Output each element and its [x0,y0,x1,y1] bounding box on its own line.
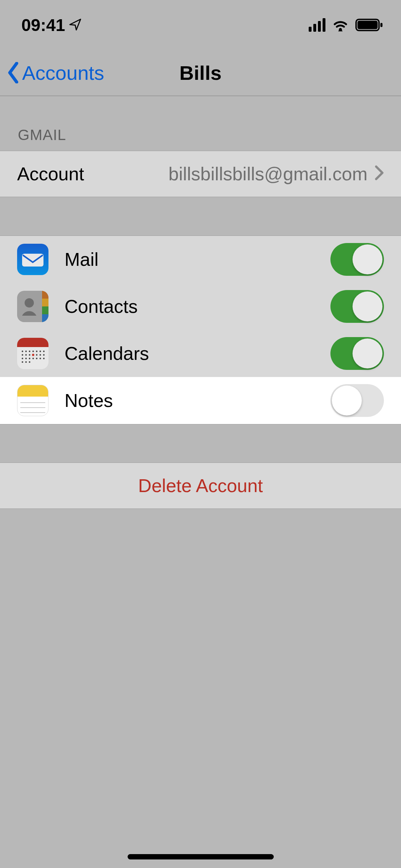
service-row-contacts: Contacts [0,283,401,330]
account-label: Account [17,163,84,185]
chevron-right-icon [375,163,384,185]
svg-point-28 [29,361,30,363]
service-row-calendars: Calendars [0,330,401,377]
back-button[interactable]: Accounts [0,61,104,84]
svg-point-17 [40,354,41,356]
status-bar: 09:41 [0,0,401,50]
svg-point-11 [40,351,41,352]
calendars-toggle[interactable] [330,337,384,370]
svg-point-15 [29,354,30,356]
account-row[interactable]: Account billsbillsbills@gmail.com [0,151,401,197]
svg-point-7 [25,351,27,352]
account-value: billsbillsbills@gmail.com [169,163,367,185]
battery-icon [355,19,383,31]
service-label: Calendars [65,343,149,364]
svg-point-6 [22,351,23,352]
svg-rect-4 [22,254,43,267]
mail-toggle[interactable] [330,243,384,276]
chevron-left-icon [6,62,21,83]
section-header-gmail: GMAIL [0,96,401,151]
wifi-icon [332,19,349,31]
svg-point-14 [25,354,27,356]
svg-point-13 [22,354,23,356]
service-label: Notes [65,390,113,411]
svg-point-22 [32,358,34,359]
service-label: Mail [65,249,98,270]
svg-point-10 [36,351,37,352]
svg-point-20 [25,358,27,359]
location-icon [69,15,82,35]
notes-icon [17,385,48,416]
section-gap [0,197,401,236]
svg-point-18 [43,354,45,356]
calendar-icon [17,338,48,369]
svg-point-21 [29,358,30,359]
svg-point-23 [36,358,37,359]
svg-point-26 [22,361,23,363]
contacts-toggle[interactable] [330,290,384,323]
svg-point-24 [40,358,41,359]
svg-point-27 [25,361,27,363]
svg-point-9 [32,351,34,352]
navigation-bar: Accounts Bills [0,50,401,96]
svg-point-16 [36,354,37,356]
mail-icon [17,244,48,275]
svg-point-25 [43,358,45,359]
empty-area [0,509,401,868]
back-label: Accounts [22,61,104,84]
delete-account-label: Delete Account [138,475,263,496]
svg-point-29 [32,354,34,356]
contacts-icon [17,291,48,322]
section-gap [0,424,401,463]
delete-account-button[interactable]: Delete Account [0,463,401,509]
cellular-icon [309,18,325,32]
svg-rect-2 [358,21,378,29]
svg-point-12 [43,351,45,352]
service-row-mail: Mail [0,236,401,283]
service-label: Contacts [65,296,138,317]
svg-point-19 [22,358,23,359]
service-row-notes: Notes [0,377,401,424]
svg-point-8 [29,351,30,352]
home-indicator[interactable] [128,854,274,859]
svg-point-0 [339,28,342,31]
svg-rect-3 [380,23,382,27]
status-time: 09:41 [21,15,65,35]
svg-point-5 [25,298,34,308]
notes-toggle[interactable] [330,384,384,417]
